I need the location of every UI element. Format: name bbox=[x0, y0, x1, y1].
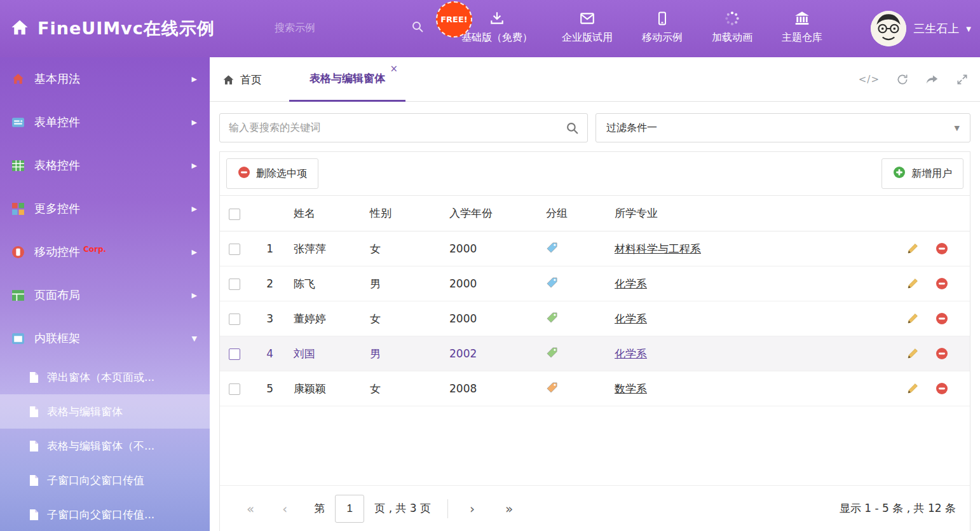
filter-dropdown-value: 过滤条件一 bbox=[606, 121, 657, 135]
envelope-icon bbox=[579, 9, 595, 27]
search-icon[interactable] bbox=[411, 20, 424, 36]
student-name: 董婷婷 bbox=[289, 301, 365, 336]
app-title: FineUIMvc在线示例 bbox=[37, 17, 215, 40]
tab-home[interactable]: 首页 bbox=[222, 57, 262, 102]
sidebar-subitem-child-to-parent-2[interactable]: 子窗口向父窗口传值... bbox=[0, 497, 210, 531]
keyword-search-input[interactable] bbox=[220, 114, 587, 142]
group-tag-icon bbox=[546, 382, 558, 394]
pagination-bar: « ‹ 第 页 , 共 3 页 › » 显示 1 - 5 条 , 共 12 条 bbox=[220, 485, 970, 531]
sidebar-item-basic-usage[interactable]: 基本用法 ▶ bbox=[0, 57, 210, 100]
student-name: 张萍萍 bbox=[289, 231, 365, 266]
add-user-button[interactable]: 新增用户 bbox=[881, 158, 963, 189]
form-icon bbox=[11, 116, 25, 129]
sidebar-subitem-popup-window[interactable]: 弹出窗体（本页面或... bbox=[0, 360, 210, 394]
nav-item-label: 加载动画 bbox=[712, 31, 752, 45]
corp-badge: Corp. bbox=[83, 245, 106, 254]
first-page-button[interactable]: « bbox=[247, 501, 254, 516]
sidebar-item-mobile-controls[interactable]: 移动控件 Corp. ▶ bbox=[0, 230, 210, 273]
tab-active-label: 表格与编辑窗体 bbox=[310, 71, 385, 86]
sidebar-item-more-controls[interactable]: 更多控件 ▶ bbox=[0, 187, 210, 230]
expand-icon[interactable] bbox=[956, 73, 969, 86]
edit-icon[interactable] bbox=[906, 242, 919, 255]
row-checkbox[interactable] bbox=[229, 314, 240, 325]
row-checkbox[interactable] bbox=[229, 244, 240, 255]
user-menu[interactable]: 三生石上 ▼ bbox=[871, 0, 971, 57]
sidebar-item-label: 更多控件 bbox=[34, 201, 80, 216]
major-link[interactable]: 化学系 bbox=[615, 277, 647, 290]
delete-row-icon[interactable] bbox=[936, 312, 948, 325]
share-icon[interactable] bbox=[925, 72, 939, 86]
select-all-checkbox[interactable] bbox=[229, 209, 240, 220]
student-name: 康颖颖 bbox=[289, 371, 365, 406]
next-page-button[interactable]: › bbox=[470, 501, 475, 516]
mobile-controls-icon bbox=[11, 245, 25, 259]
header-search-input[interactable] bbox=[275, 22, 406, 34]
app-logo[interactable]: FineUIMvc在线示例 bbox=[10, 0, 215, 57]
row-checkbox[interactable] bbox=[229, 383, 240, 395]
student-gender: 女 bbox=[365, 231, 444, 266]
view-source-icon[interactable]: </> bbox=[859, 74, 880, 85]
edit-icon[interactable] bbox=[906, 347, 919, 360]
tab-grid-edit-window[interactable]: 表格与编辑窗体 × bbox=[289, 57, 405, 102]
top-header: FineUIMvc在线示例 FREE! 基础版（免费） 企业版试用 移动示例 bbox=[0, 0, 980, 57]
nav-item-loading-animation[interactable]: 加载动画 bbox=[712, 9, 752, 45]
group-tag-icon bbox=[546, 347, 558, 359]
last-page-button[interactable]: » bbox=[505, 501, 513, 516]
keyword-search-box bbox=[219, 113, 588, 142]
layout-icon bbox=[11, 289, 25, 302]
record-summary: 显示 1 - 5 条 , 共 12 条 bbox=[840, 501, 956, 516]
minus-circle-icon bbox=[238, 166, 250, 181]
table-row: 3 董婷婷 女 2000 化学系 bbox=[220, 301, 970, 336]
sidebar-subitem-grid-edit-window-alt[interactable]: 表格与编辑窗体（不... bbox=[0, 429, 210, 463]
sidebar-item-iframe[interactable]: 内联框架 ▼ bbox=[0, 317, 210, 360]
main-content: 首页 表格与编辑窗体 × </> 过滤条件一 ▼ bbox=[210, 57, 980, 531]
edit-icon[interactable] bbox=[906, 382, 919, 395]
major-link[interactable]: 材料科学与工程系 bbox=[615, 242, 701, 255]
delete-row-icon[interactable] bbox=[936, 242, 948, 255]
home-icon bbox=[11, 72, 25, 86]
sidebar-subitem-label: 表格与编辑窗体 bbox=[47, 404, 123, 419]
page-number-input[interactable] bbox=[335, 495, 364, 523]
enrollment-year: 2002 bbox=[444, 336, 541, 371]
delete-row-icon[interactable] bbox=[936, 382, 948, 395]
nav-item-mobile-demo[interactable]: 移动示例 bbox=[642, 9, 683, 45]
delete-row-icon[interactable] bbox=[936, 347, 948, 360]
nav-item-enterprise-trial[interactable]: 企业版试用 bbox=[562, 9, 613, 45]
nav-item-label: 主题仓库 bbox=[782, 31, 822, 45]
nav-item-label: 基础版（免费） bbox=[461, 31, 533, 45]
sidebar-subitem-child-to-parent[interactable]: 子窗口向父窗口传值 bbox=[0, 463, 210, 497]
delete-row-icon[interactable] bbox=[936, 277, 948, 290]
delete-selected-label: 删除选中项 bbox=[256, 167, 307, 181]
filter-dropdown[interactable]: 过滤条件一 ▼ bbox=[595, 113, 970, 142]
nav-item-basic-free[interactable]: 基础版（免费） bbox=[461, 9, 533, 45]
row-checkbox[interactable] bbox=[229, 279, 240, 290]
sidebar-item-label: 移动控件 bbox=[34, 244, 80, 259]
table-row: 5 康颖颖 女 2008 数学系 bbox=[220, 371, 970, 406]
sidebar-item-label: 内联框架 bbox=[34, 331, 80, 346]
nav-item-theme-store[interactable]: 主题仓库 bbox=[782, 9, 822, 45]
row-number: 4 bbox=[249, 336, 289, 371]
close-tab-icon[interactable]: × bbox=[390, 63, 398, 74]
enrollment-year: 2000 bbox=[444, 231, 541, 266]
delete-selected-button[interactable]: 删除选中项 bbox=[226, 158, 318, 189]
tab-home-label: 首页 bbox=[240, 72, 262, 87]
major-link[interactable]: 化学系 bbox=[615, 347, 647, 360]
enrollment-year: 2000 bbox=[444, 301, 541, 336]
refresh-icon[interactable] bbox=[896, 73, 909, 86]
major-link[interactable]: 化学系 bbox=[615, 312, 647, 325]
major-link[interactable]: 数学系 bbox=[615, 382, 647, 395]
student-gender: 女 bbox=[365, 371, 444, 406]
prev-page-button[interactable]: ‹ bbox=[282, 501, 287, 516]
sidebar-item-form-controls[interactable]: 表单控件 ▶ bbox=[0, 100, 210, 144]
sidebar-subitem-label: 子窗口向父窗口传值... bbox=[47, 507, 154, 522]
row-checkbox[interactable] bbox=[229, 348, 240, 360]
col-actions bbox=[895, 196, 970, 231]
col-row-number bbox=[249, 196, 289, 231]
sidebar-subitem-grid-edit-window[interactable]: 表格与编辑窗体 bbox=[0, 394, 210, 429]
edit-icon[interactable] bbox=[906, 277, 919, 290]
sidebar-item-grid-controls[interactable]: 表格控件 ▶ bbox=[0, 144, 210, 187]
edit-icon[interactable] bbox=[906, 312, 919, 325]
search-icon[interactable] bbox=[566, 121, 579, 135]
sidebar-item-page-layout[interactable]: 页面布局 ▶ bbox=[0, 273, 210, 317]
enrollment-year: 2000 bbox=[444, 266, 541, 301]
